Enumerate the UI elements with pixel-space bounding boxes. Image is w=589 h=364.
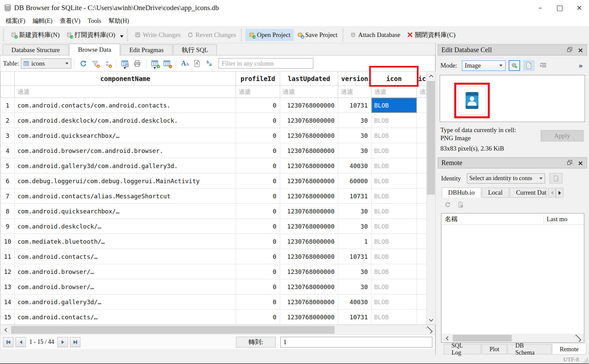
close-panel-icon[interactable]: × [578, 46, 583, 54]
next-record-button[interactable] [57, 337, 68, 347]
menu-view[interactable]: 查看(V) [56, 16, 84, 26]
cell-partial[interactable] [417, 158, 427, 173]
cell-lastUpdated[interactable]: 1230768000000 [280, 249, 338, 264]
cell-partial[interactable] [417, 264, 427, 279]
cell-version[interactable]: 30 [338, 204, 371, 219]
cell-lastUpdated[interactable]: 1230768000000 [280, 219, 338, 234]
cell-version[interactable]: 30 [338, 219, 371, 234]
cell-profileId[interactable]: 0 [236, 279, 280, 294]
row-number[interactable]: 9 [1, 219, 15, 234]
cell-profileId[interactable]: 0 [236, 204, 280, 219]
cell-componentName[interactable]: com.android.deskclock/… [15, 219, 236, 234]
insert-record-button[interactable]: + [150, 58, 160, 69]
cell-partial[interactable] [417, 113, 427, 128]
cell-componentName[interactable]: com.android.gallery3d/com.android.galler… [15, 158, 236, 173]
cell-version[interactable]: 30 [338, 143, 371, 158]
save-records-button[interactable] [120, 58, 130, 69]
tab-current-database[interactable]: Current Dat [510, 188, 547, 198]
scrollbar-thumb[interactable] [11, 326, 335, 334]
cell-partial[interactable] [417, 173, 427, 189]
cell-icon-blob[interactable]: BLOB [371, 234, 417, 249]
open-database-dropdown[interactable] [120, 35, 123, 39]
scroll-right-icon[interactable] [574, 334, 583, 342]
horizontal-scrollbar[interactable] [0, 325, 435, 334]
cell-icon-blob[interactable]: BLOB [371, 113, 417, 128]
scroll-down-icon[interactable] [427, 316, 435, 324]
cell-lastUpdated[interactable]: 1230768000000 [280, 128, 338, 143]
close-button[interactable]: × [570, 0, 589, 15]
filter-cell[interactable]: 過濾 [338, 86, 371, 98]
cell-profileId[interactable]: 0 [236, 158, 280, 173]
save-project-button[interactable]: ▪ Save Project [294, 29, 341, 41]
cell-profileId[interactable]: 0 [236, 310, 280, 325]
remote-refresh-icon[interactable] [444, 202, 450, 209]
cell-partial[interactable] [417, 128, 427, 143]
cell-partial[interactable] [417, 294, 427, 310]
tab-local[interactable]: Local [482, 188, 509, 198]
cell-partial[interactable] [417, 98, 427, 113]
row-number[interactable]: 11 [1, 249, 15, 264]
cell-componentName[interactable]: com.android.contacts/… [15, 249, 236, 264]
maximize-button[interactable]: □ [550, 0, 570, 15]
cell-icon-blob[interactable]: BLOB [371, 128, 417, 143]
filter-cell[interactable]: 過濾 [15, 86, 236, 98]
cell-lastUpdated[interactable]: 1230768000000 [280, 310, 338, 325]
row-number[interactable]: 14 [1, 294, 15, 310]
cell-version[interactable]: 40030 [338, 294, 371, 310]
cell-icon-blob[interactable]: BLOB [371, 143, 417, 158]
cell-partial[interactable] [417, 234, 427, 249]
tab-db-schema[interactable]: DB Schema [508, 344, 551, 354]
cell-profileId[interactable]: 0 [236, 264, 280, 279]
cell-lastUpdated[interactable]: 1230768000000 [280, 294, 338, 310]
float-panel-icon[interactable] [567, 159, 572, 167]
last-record-button[interactable] [70, 337, 80, 347]
tab-sql-log[interactable]: SQL Log [444, 344, 481, 354]
cell-lastUpdated[interactable]: 1230768000000 [280, 143, 338, 158]
cell-icon-blob[interactable]: BLOB [371, 264, 417, 279]
column-header-profileId[interactable]: profileId [236, 72, 280, 86]
cell-version[interactable]: 1 [338, 234, 371, 249]
cell-version[interactable]: 30 [338, 279, 371, 294]
tab-edit-pragmas[interactable]: Edit Pragmas [121, 44, 172, 55]
cell-version[interactable]: 40030 [338, 158, 371, 173]
text-mode-button[interactable] [523, 60, 535, 71]
write-changes-button[interactable]: Write Changes [131, 29, 184, 41]
scroll-right-icon[interactable] [425, 325, 434, 334]
identity-selector[interactable]: Select an identity to conne [467, 173, 545, 184]
tab-browse-data[interactable]: Browse Data [69, 44, 120, 55]
close-database-button[interactable]: 關閉資料庫(C) [404, 28, 459, 42]
float-panel-icon[interactable] [567, 46, 572, 54]
cell-icon-blob[interactable]: BLOB [371, 173, 417, 189]
cell-componentName[interactable]: com.android.contacts/alias.MessageShortc… [15, 189, 236, 204]
menu-file[interactable]: 檔案(F) [2, 16, 29, 26]
cell-icon-blob[interactable]: BLOB [371, 294, 417, 310]
cell-lastUpdated[interactable]: 1230768000000 [280, 158, 338, 173]
cell-componentName[interactable]: com.mediatek.bluetooth/… [15, 234, 236, 249]
column-header-version[interactable]: version [338, 72, 371, 86]
minimize-button[interactable]: – [531, 0, 550, 15]
table-selector[interactable]: icons [21, 58, 71, 69]
tab-execute-sql[interactable]: 執行 SQL [173, 44, 217, 55]
cell-lastUpdated[interactable]: 1230768000000 [280, 189, 338, 204]
cell-profileId[interactable]: 0 [236, 294, 280, 310]
clone-database-icon[interactable] [458, 202, 463, 209]
cell-profileId[interactable]: 0 [236, 189, 280, 204]
cell-version[interactable]: 30 [338, 264, 371, 279]
column-header-last-modified[interactable]: Last mo [544, 215, 584, 223]
row-number[interactable]: 13 [1, 279, 15, 294]
cell-icon-blob[interactable]: BLOB [371, 204, 417, 219]
cell-partial[interactable] [417, 189, 427, 204]
column-header-lastUpdated[interactable]: lastUpdated [280, 72, 338, 86]
apply-button[interactable]: Apply [541, 130, 584, 141]
cell-profileId[interactable]: 0 [236, 249, 280, 264]
cell-lastUpdated[interactable]: 1230768000000 [280, 234, 338, 249]
cell-icon-blob[interactable]: BLOB [371, 219, 417, 234]
cell-partial[interactable] [417, 219, 427, 234]
filter-any-column-input[interactable] [219, 58, 313, 69]
row-number[interactable]: 7 [1, 189, 15, 204]
cell-componentName[interactable]: com.android.deskclock/com.android.deskcl… [15, 113, 236, 128]
open-project-button[interactable]: → Open Project [245, 29, 294, 41]
refresh-button[interactable] [78, 58, 88, 69]
cell-lastUpdated[interactable]: 1230768000000 [280, 204, 338, 219]
cell-version[interactable]: 30 [338, 113, 371, 128]
